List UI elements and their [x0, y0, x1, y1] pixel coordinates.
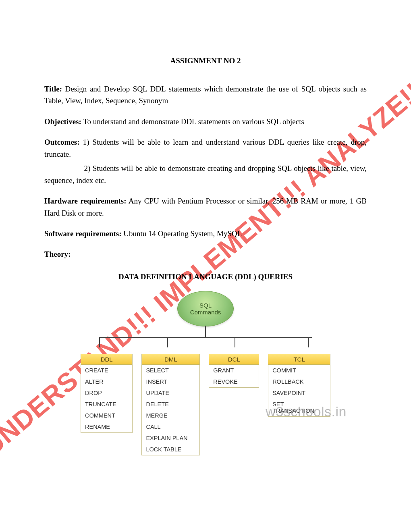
- list-item: SAVEPOINT: [268, 387, 330, 399]
- software-block: Software requirements: Ubuntu 14 Operati…: [44, 228, 367, 239]
- group-dcl-head: DCL: [209, 354, 259, 365]
- list-item: COMMENT: [81, 410, 132, 421]
- list-item: TRUNCATE: [81, 399, 132, 410]
- title-label: Title:: [44, 85, 62, 93]
- list-item: SELECT: [142, 365, 199, 376]
- group-dcl: DCL GRANT REVOKE: [209, 354, 259, 388]
- document-page: ASSIGNMENT NO 2 Title: Design and Develo…: [0, 0, 411, 480]
- ddl-heading: DATA DEFINITION LANGUAGE (DDL) QUERIES: [44, 272, 367, 281]
- group-dml: DML SELECT INSERT UPDATE DELETE MERGE CA…: [141, 354, 200, 455]
- diagram-root: SQL Commands: [177, 291, 234, 326]
- list-item: GRANT: [209, 365, 259, 376]
- title-block: Title: Design and Develop SQL DDL statem…: [44, 83, 367, 107]
- objectives-text: To understand and demonstrate DDL statem…: [81, 117, 304, 126]
- list-item: COMMIT: [268, 365, 330, 376]
- group-dml-head: DML: [142, 354, 199, 365]
- software-label: Software requirements:: [44, 229, 122, 238]
- title-text: Design and Develop SQL DDL statements wh…: [44, 85, 367, 105]
- outcomes-block-1: Outcomes: 1) Students will be able to le…: [44, 136, 367, 160]
- list-item: ALTER: [81, 376, 132, 387]
- objectives-label: Objectives:: [44, 117, 81, 126]
- group-tcl: TCL COMMIT ROLLBACK SAVEPOINT SET TRANSA…: [268, 354, 330, 417]
- list-item: MERGE: [142, 410, 199, 421]
- diagram-root-label: SQL Commands: [190, 302, 221, 316]
- list-item: SET TRANSACTION: [268, 399, 330, 416]
- hardware-label: Hardware requirements:: [44, 197, 127, 205]
- group-tcl-head: TCL: [268, 354, 330, 365]
- list-item: INSERT: [142, 376, 199, 387]
- page-title: ASSIGNMENT NO 2: [44, 56, 367, 65]
- list-item: CREATE: [81, 365, 132, 376]
- list-item: DELETE: [142, 399, 199, 410]
- list-item: ROLLBACK: [268, 376, 330, 387]
- outcomes-text-1: 1) Students will be able to learn and un…: [44, 138, 367, 158]
- list-item: LOCK TABLE: [142, 444, 199, 455]
- list-item: CALL: [142, 421, 199, 432]
- list-item: EXPLAIN PLAN: [142, 432, 199, 444]
- list-item: DROP: [81, 387, 132, 399]
- software-text: Ubuntu 14 Operating System, MySQL: [122, 229, 242, 238]
- outcomes-label: Outcomes:: [44, 138, 80, 146]
- list-item: RENAME: [81, 421, 132, 432]
- list-item: UPDATE: [142, 387, 199, 399]
- objectives-block: Objectives: To understand and demonstrat…: [44, 116, 367, 127]
- theory-label: Theory:: [44, 250, 71, 258]
- theory-block: Theory:: [44, 248, 367, 260]
- diagram-groups: DDL CREATE ALTER DROP TRUNCATE COMMENT R…: [81, 354, 330, 455]
- hardware-block: Hardware requirements: Any CPU with Pent…: [44, 195, 367, 219]
- group-ddl: DDL CREATE ALTER DROP TRUNCATE COMMENT R…: [81, 354, 133, 433]
- group-ddl-head: DDL: [81, 354, 132, 365]
- diagram-connectors: [81, 326, 330, 354]
- sql-commands-diagram: SQL Commands DDL CREATE ALTER DROP TRUNC…: [81, 291, 330, 455]
- list-item: REVOKE: [209, 376, 259, 387]
- outcomes-block-2: 2) Students will be able to demonstrate …: [44, 162, 367, 186]
